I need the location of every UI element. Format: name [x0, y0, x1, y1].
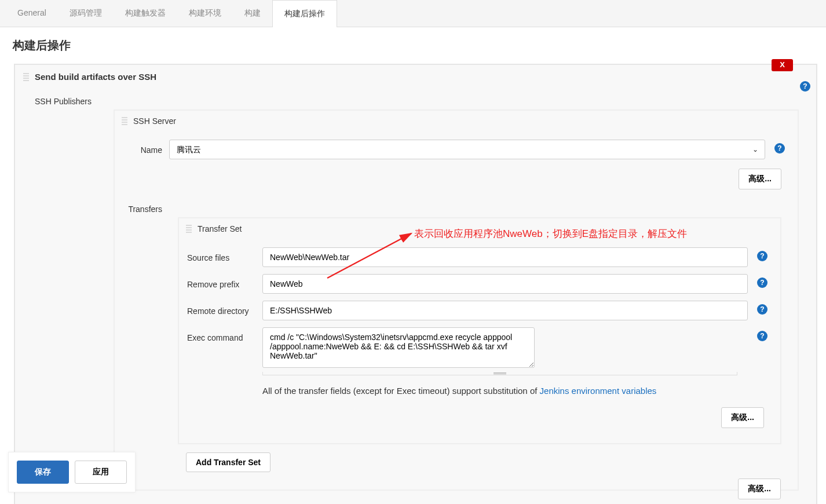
- env-vars-link[interactable]: Jenkins environment variables: [540, 386, 657, 396]
- tab-build[interactable]: 构建: [233, 0, 272, 27]
- remove-prefix-label: Remove prefix: [187, 274, 262, 289]
- panel-title: Send build artifacts over SSH: [35, 72, 156, 82]
- remove-prefix-input[interactable]: [262, 274, 748, 294]
- source-files-input[interactable]: [262, 247, 748, 267]
- tab-scm[interactable]: 源码管理: [58, 0, 114, 27]
- ssh-server-advanced-button[interactable]: 高级...: [739, 169, 781, 189]
- help-icon[interactable]: ?: [774, 143, 785, 154]
- config-tabs: General 源码管理 构建触发器 构建环境 构建 构建后操作: [0, 0, 826, 27]
- add-transfer-set-button[interactable]: Add Transfer Set: [186, 452, 271, 472]
- drag-handle-icon[interactable]: [186, 225, 192, 233]
- ssh-server-frame: SSH Server Name 腾讯云 ⌄ ?: [114, 109, 799, 491]
- help-icon[interactable]: ?: [800, 81, 810, 92]
- apply-button[interactable]: 应用: [75, 461, 127, 484]
- section-title: 构建后操作: [0, 27, 826, 64]
- tab-general[interactable]: General: [6, 0, 58, 27]
- tab-post-build[interactable]: 构建后操作: [272, 0, 337, 27]
- ssh-publishers-label: SSH Publishers: [32, 92, 102, 106]
- exec-command-label: Exec command: [187, 327, 262, 342]
- transfer-set-frame: Transfer Set Source files ? Remove prefi…: [178, 217, 781, 444]
- tab-env[interactable]: 构建环境: [177, 0, 233, 27]
- transfers-label: Transfers: [123, 199, 169, 214]
- action-bar: 保存 应用: [8, 452, 136, 492]
- ssh-server-header: SSH Server: [133, 116, 176, 126]
- transfer-advanced-button[interactable]: 高级...: [721, 407, 764, 428]
- transfer-set-header: Transfer Set: [198, 224, 242, 233]
- save-button[interactable]: 保存: [17, 461, 69, 484]
- help-icon[interactable]: ?: [757, 304, 767, 315]
- ssh-publisher-panel: X ? Send build artifacts over SSH SSH Pu…: [14, 64, 817, 504]
- drag-handle-icon[interactable]: [23, 73, 29, 81]
- help-icon[interactable]: ?: [757, 277, 767, 288]
- ssh-server-name-select[interactable]: 腾讯云: [169, 140, 765, 159]
- drag-handle-icon[interactable]: [122, 117, 127, 125]
- source-files-label: Source files: [187, 247, 262, 262]
- remote-dir-input[interactable]: [262, 301, 748, 320]
- transfer-hint: All of the transfer fields (except for E…: [187, 375, 772, 401]
- tab-triggers[interactable]: 构建触发器: [114, 0, 177, 27]
- help-icon[interactable]: ?: [757, 251, 767, 261]
- resize-grip[interactable]: [262, 372, 737, 375]
- remote-dir-label: Remote directory: [187, 301, 262, 316]
- footer-advanced-button[interactable]: 高级...: [738, 479, 781, 499]
- name-label: Name: [123, 140, 169, 155]
- delete-step-button[interactable]: X: [772, 59, 793, 71]
- help-icon[interactable]: ?: [757, 331, 767, 341]
- exec-command-textarea[interactable]: [262, 327, 535, 368]
